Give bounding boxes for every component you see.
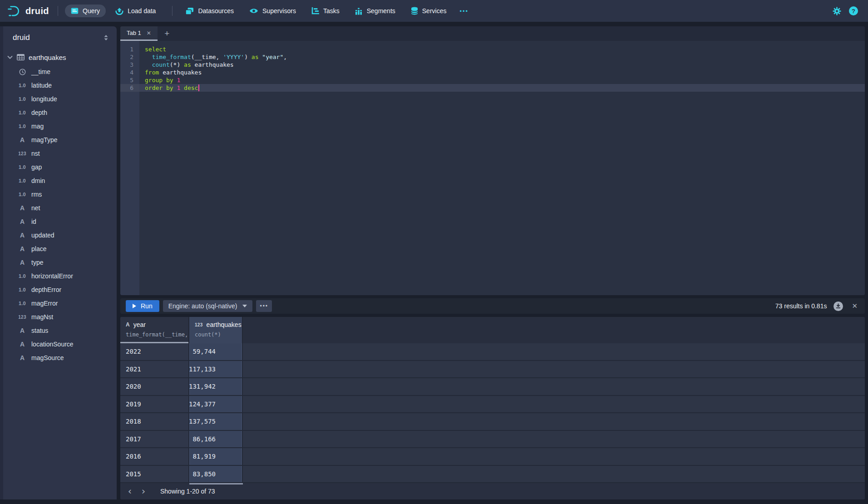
top-nav-bar: druid Query Load data [0, 0, 868, 22]
code-line: 2 time_format(__time, 'YYYY') as "year", [120, 53, 865, 61]
string-type-icon: A [16, 136, 28, 143]
string-type-icon: A [16, 341, 28, 348]
sidebar-column-horizontalError[interactable]: 1.0horizontalError [0, 269, 117, 283]
float-type-icon: 1.0 [16, 83, 28, 88]
nav-item-query[interactable]: Query [65, 5, 106, 17]
sidebar-column-locationSource[interactable]: AlocationSource [0, 337, 117, 351]
tab-close-icon[interactable]: ✕ [147, 30, 151, 36]
nav-item-label: Supervisors [262, 7, 296, 15]
cell-year[interactable]: 2017 [120, 431, 189, 448]
cell-earthquakes[interactable]: 83,850 [189, 466, 243, 483]
nav-item-supervisors[interactable]: Supervisors [243, 5, 302, 17]
sidebar-column-magNst[interactable]: 123magNst [0, 310, 117, 324]
nav-more-button[interactable]: ••• [456, 5, 472, 17]
nav-item-load-data[interactable]: Load data [109, 5, 162, 18]
column-header-year[interactable]: A year time_format(__time, … [120, 317, 189, 343]
sidebar-column-gap[interactable]: 1.0gap [0, 160, 117, 174]
column-header-earthquakes[interactable]: 123 earthquakes count(*) [189, 317, 243, 343]
column-name: id [31, 218, 36, 225]
cell-year[interactable]: 2015 [120, 466, 189, 483]
string-type-icon: A [16, 232, 28, 239]
cell-earthquakes[interactable]: 59,744 [189, 343, 243, 360]
column-expression: time_format(__time, … [126, 331, 188, 338]
cell-earthquakes[interactable]: 124,377 [189, 396, 243, 413]
cell-year[interactable]: 2019 [120, 396, 189, 413]
sidebar-column-__time[interactable]: __time [0, 65, 117, 79]
sort-indicator [120, 342, 188, 343]
sidebar-column-place[interactable]: Aplace [0, 242, 117, 256]
help-icon[interactable]: ? [849, 6, 858, 15]
add-tab-button[interactable]: + [158, 26, 177, 41]
cell-year[interactable]: 2022 [120, 343, 189, 360]
clock-icon [16, 69, 28, 75]
pagination-info: Showing 1-20 of 73 [160, 488, 215, 495]
runbar-right: 73 results in 0.81s ✕ [775, 301, 859, 311]
line-number: 5 [120, 76, 139, 84]
sidebar-column-magError[interactable]: 1.0magError [0, 296, 117, 310]
nav-item-services[interactable]: Services [405, 4, 453, 18]
cell-earthquakes[interactable]: 117,133 [189, 361, 243, 378]
sidebar-column-magType[interactable]: AmagType [0, 133, 117, 147]
cell-earthquakes[interactable]: 137,575 [189, 413, 243, 430]
cell-earthquakes[interactable]: 86,166 [189, 431, 243, 448]
sidebar-column-longitude[interactable]: 1.0longitude [0, 92, 117, 106]
column-name: updated [31, 232, 54, 239]
sidebar-column-dmin[interactable]: 1.0dmin [0, 174, 117, 188]
sidebar-column-mag[interactable]: 1.0mag [0, 119, 117, 133]
line-number: 4 [120, 69, 139, 76]
text-cursor [198, 84, 199, 91]
nav-item-label: Load data [128, 7, 156, 15]
sidebar-scrollbar[interactable] [0, 26, 3, 499]
run-button[interactable]: Run [126, 300, 159, 312]
cell-year[interactable]: 2018 [120, 413, 189, 430]
nav-item-label: Segments [367, 7, 395, 15]
results-info: 73 results in 0.81s [775, 302, 827, 310]
row-filler [243, 448, 865, 465]
close-results-icon[interactable]: ✕ [850, 302, 859, 310]
engine-select-button[interactable]: Engine: auto (sql-native) [163, 300, 253, 312]
sql-editor[interactable]: 1select2 time_format(__time, 'YYYY') as … [120, 41, 865, 295]
prev-page-button[interactable]: ‹ [123, 484, 137, 498]
tab-query-1[interactable]: Tab 1 ✕ [120, 26, 158, 41]
next-page-button[interactable]: › [137, 484, 150, 498]
query-editor-panel: Tab 1 ✕ + 1select2 time_format(__time, '… [120, 26, 865, 295]
cell-year[interactable]: 2021 [120, 361, 189, 378]
column-name: place [31, 245, 46, 252]
nav-item-segments[interactable]: Segments [349, 5, 401, 18]
druid-logo-icon [7, 5, 21, 17]
column-name: depth [31, 109, 47, 116]
sidebar-column-rms[interactable]: 1.0rms [0, 188, 117, 201]
float-type-icon: 1.0 [16, 178, 28, 183]
cell-year[interactable]: 2020 [120, 378, 189, 395]
column-name: magSource [31, 354, 64, 361]
sidebar-column-status[interactable]: Astatus [0, 324, 117, 337]
table-row: 2021117,133 [120, 361, 865, 379]
nav-item-tasks[interactable]: Tasks [306, 5, 345, 17]
sidebar-column-latitude[interactable]: 1.0latitude [0, 79, 117, 92]
sidebar-column-type[interactable]: Atype [0, 256, 117, 269]
sidebar-column-depth[interactable]: 1.0depth [0, 106, 117, 119]
sidebar-column-depthError[interactable]: 1.0depthError [0, 283, 117, 296]
float-type-icon: 1.0 [16, 301, 28, 306]
cell-year[interactable]: 2016 [120, 448, 189, 465]
cell-earthquakes[interactable]: 131,942 [189, 378, 243, 395]
string-type-icon: A [16, 327, 28, 334]
query-more-button[interactable]: ••• [256, 300, 272, 312]
sidebar-column-updated[interactable]: Aupdated [0, 228, 117, 242]
cell-earthquakes[interactable]: 81,919 [189, 448, 243, 465]
nav-item-datasources[interactable]: Datasources [179, 5, 240, 18]
sort-columns-icon[interactable] [104, 35, 108, 41]
download-results-icon[interactable] [833, 301, 843, 311]
sidebar-column-magSource[interactable]: AmagSource [0, 351, 117, 365]
druid-logo[interactable]: druid [7, 5, 49, 17]
database-icon [411, 7, 418, 15]
row-filler [243, 361, 865, 378]
sidebar-column-net[interactable]: Anet [0, 201, 117, 215]
run-bar: Run Engine: auto (sql-native) ••• 73 res… [120, 298, 865, 314]
play-icon [133, 304, 136, 308]
settings-gear-icon[interactable] [833, 7, 841, 15]
sidebar-table-earthquakes[interactable]: earthquakes [7, 51, 117, 63]
sidebar-column-id[interactable]: Aid [0, 215, 117, 228]
results-header: A year time_format(__time, … 123 earthqu… [120, 317, 865, 343]
sidebar-column-nst[interactable]: 123nst [0, 147, 117, 160]
